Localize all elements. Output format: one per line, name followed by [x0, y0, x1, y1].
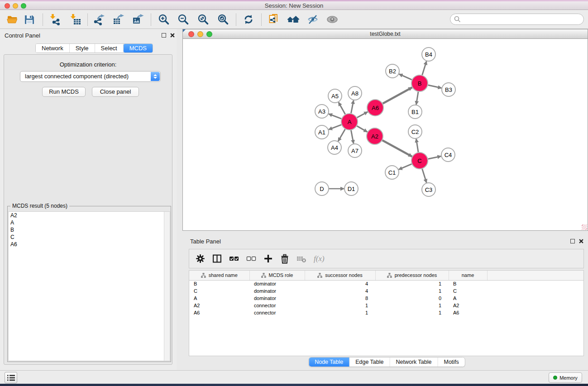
- graph-edge-A-A3[interactable]: [329, 114, 341, 119]
- table-row[interactable]: Bdominator41B: [189, 280, 584, 287]
- graph-edge-C-C2[interactable]: [416, 139, 418, 152]
- save-session-button[interactable]: [21, 12, 38, 27]
- cell-name[interactable]: A2: [449, 302, 487, 309]
- minimize-window-button[interactable]: [13, 3, 18, 9]
- graph-edge-A2-C[interactable]: [382, 140, 412, 157]
- graph-edge-A-A6[interactable]: [357, 112, 368, 118]
- node-table[interactable]: shared nameMCDS rolesuccessor nodesprede…: [189, 271, 584, 316]
- tab-style[interactable]: Style: [70, 44, 95, 52]
- cell-predecessor-nodes[interactable]: 1: [375, 309, 449, 316]
- zoom-network-button[interactable]: [206, 31, 212, 37]
- table-tab-edge-table[interactable]: Edge Table: [349, 357, 390, 367]
- app-titlebar[interactable]: Session: New Session: [0, 1, 588, 10]
- column-header-name[interactable]: name: [449, 271, 487, 280]
- cell-name[interactable]: A: [449, 295, 487, 302]
- show-column-panel-button[interactable]: [212, 254, 222, 263]
- import-network-button[interactable]: [47, 12, 63, 27]
- graph-edge-B-B4[interactable]: [422, 61, 427, 75]
- tab-select[interactable]: Select: [95, 44, 124, 52]
- zoom-fit-button[interactable]: [195, 12, 211, 27]
- cell-shared-name[interactable]: B: [189, 280, 249, 287]
- criterion-dropdown[interactable]: largest connected component (directed): [20, 71, 161, 82]
- cell-successor-nodes[interactable]: 4: [305, 287, 375, 295]
- graph-edge-B-B2[interactable]: [399, 74, 412, 80]
- graph-edge-C-C3[interactable]: [422, 169, 427, 183]
- delete-table-button[interactable]: [296, 254, 306, 263]
- mcds-result-item[interactable]: A: [9, 219, 170, 226]
- select-all-columns-button[interactable]: [229, 254, 239, 263]
- refresh-view-button[interactable]: [240, 12, 257, 27]
- zoom-window-button[interactable]: [21, 3, 26, 9]
- memory-button[interactable]: Memory: [549, 372, 582, 383]
- function-builder-button[interactable]: f(x): [314, 254, 325, 263]
- column-header-successor-nodes[interactable]: successor nodes: [305, 271, 375, 280]
- cell-name[interactable]: A6: [449, 309, 487, 316]
- cell-MCDS-role[interactable]: dominator: [249, 287, 305, 295]
- export-table-button[interactable]: [110, 12, 127, 27]
- tab-mcds[interactable]: MCDS: [124, 44, 153, 52]
- table-tab-network-table[interactable]: Network Table: [390, 357, 438, 367]
- export-image-button[interactable]: [130, 12, 146, 27]
- mcds-result-item[interactable]: A6: [9, 241, 170, 248]
- network-canvas[interactable]: B4B2BB3A8A5A6B1A3AA1C2A2A4A7C4CC1C3DD1: [182, 39, 588, 231]
- graph-edge-A-A8[interactable]: [351, 100, 354, 114]
- run-mcds-button[interactable]: Run MCDS: [42, 87, 86, 97]
- cell-MCDS-role[interactable]: connector: [249, 309, 305, 316]
- graph-edge-B-B3[interactable]: [428, 85, 442, 88]
- cell-MCDS-role[interactable]: dominator: [249, 280, 305, 287]
- float-panel-icon[interactable]: [162, 33, 166, 38]
- cell-successor-nodes[interactable]: 8: [305, 295, 375, 302]
- column-header-predecessor-nodes[interactable]: predecessor nodes: [375, 271, 449, 280]
- table-tab-node-table[interactable]: Node Table: [309, 357, 349, 367]
- close-table-panel-icon[interactable]: [579, 239, 583, 243]
- close-panel-button[interactable]: Close panel: [92, 87, 139, 97]
- cell-name[interactable]: C: [449, 287, 487, 295]
- close-panel-icon[interactable]: [170, 33, 175, 38]
- cell-shared-name[interactable]: A6: [189, 309, 249, 316]
- zoom-in-button[interactable]: [156, 12, 172, 27]
- add-column-button[interactable]: [263, 254, 273, 263]
- tab-network[interactable]: Network: [36, 44, 70, 52]
- mcds-result-list[interactable]: A2ABCA6: [8, 211, 170, 361]
- cell-predecessor-nodes[interactable]: 1: [375, 280, 449, 287]
- graph-edge-A-A1[interactable]: [329, 125, 341, 130]
- cell-shared-name[interactable]: A2: [189, 302, 249, 309]
- graph-edge-C-C4[interactable]: [428, 156, 441, 159]
- graph-edge-A6-B[interactable]: [383, 87, 412, 104]
- scrollbar-track[interactable]: [164, 212, 170, 361]
- cell-successor-nodes[interactable]: 4: [305, 280, 375, 287]
- show-graphics-details-button[interactable]: [324, 12, 340, 27]
- delete-column-button[interactable]: [280, 254, 289, 264]
- table-row[interactable]: A6connector11A6: [189, 309, 584, 316]
- task-history-button[interactable]: [5, 372, 17, 383]
- hide-panels-button[interactable]: [305, 12, 321, 27]
- graph-edge-A-A2[interactable]: [357, 126, 367, 132]
- column-header-MCDS-role[interactable]: MCDS role: [249, 271, 305, 280]
- cell-predecessor-nodes[interactable]: 0: [375, 295, 449, 302]
- graph-edge-B-B1[interactable]: [416, 92, 419, 105]
- open-session-button[interactable]: [5, 12, 21, 27]
- export-network-button[interactable]: [91, 12, 107, 27]
- graph-edge-A-A4[interactable]: [338, 129, 345, 141]
- mcds-result-item[interactable]: A2: [9, 212, 170, 219]
- float-table-panel-icon[interactable]: [570, 239, 575, 243]
- column-header-shared-name[interactable]: shared name: [189, 271, 249, 280]
- resize-grip[interactable]: [582, 224, 587, 230]
- close-window-button[interactable]: [5, 3, 10, 9]
- mcds-result-item[interactable]: C: [9, 234, 170, 241]
- table-row[interactable]: A2connector11A2: [189, 302, 584, 309]
- network-window-titlebar[interactable]: testGlobe.txt: [182, 29, 588, 39]
- cell-name[interactable]: B: [449, 280, 487, 287]
- cell-shared-name[interactable]: A: [189, 295, 249, 302]
- cell-MCDS-role[interactable]: connector: [249, 302, 305, 309]
- table-row[interactable]: Cdominator41C: [189, 287, 584, 295]
- import-table-button[interactable]: [67, 12, 84, 27]
- cell-predecessor-nodes[interactable]: 1: [375, 302, 449, 309]
- minimize-network-button[interactable]: [197, 31, 203, 37]
- zoom-out-button[interactable]: [175, 12, 191, 27]
- mcds-result-item[interactable]: B: [9, 226, 170, 234]
- deselect-all-columns-button[interactable]: [246, 254, 256, 263]
- table-options-button[interactable]: [196, 254, 205, 263]
- cell-successor-nodes[interactable]: 1: [305, 309, 375, 316]
- zoom-selected-button[interactable]: [215, 12, 231, 27]
